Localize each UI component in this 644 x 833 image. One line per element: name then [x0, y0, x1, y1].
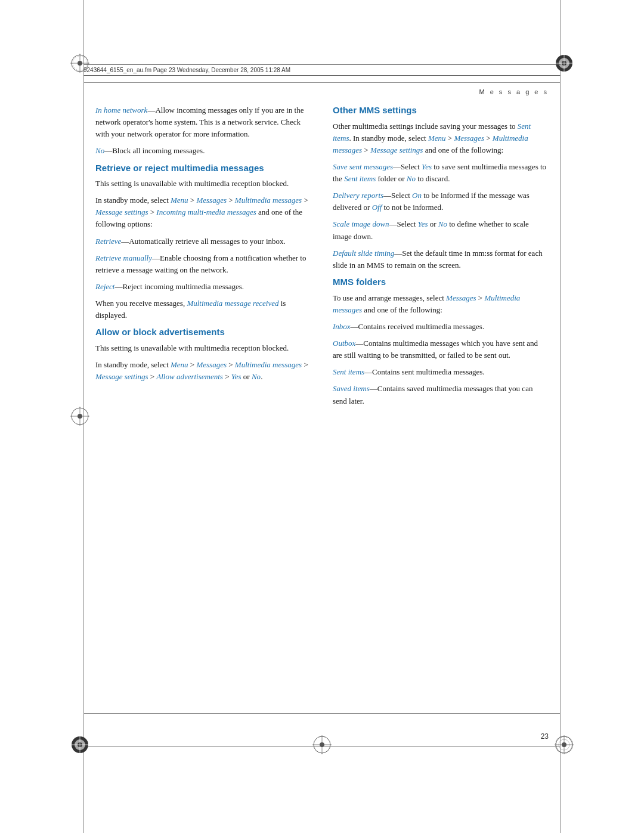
other-mms-intro: Other multimedia settings include saving…	[333, 120, 549, 156]
sent-items-link-save: Sent items	[344, 174, 376, 183]
mms-folders-title: MMS folders	[333, 276, 549, 288]
other-mms-section: Other MMS settings Other multimedia sett…	[333, 104, 549, 271]
retrieve-reject-title: Retrieve or reject multimedia messages	[95, 162, 311, 174]
retrieve-item: Retrieve—Automatically retrieve all mess…	[95, 236, 311, 247]
bottom-rule-1	[83, 713, 561, 714]
page-header: M e s s a g e s	[479, 88, 549, 95]
file-info-text: 9243644_6155_en_au.fm Page 23 Wednesday,…	[83, 67, 290, 73]
menu-link-1: Menu	[171, 196, 188, 205]
other-mms-title: Other MMS settings	[333, 104, 549, 116]
save-sent-messages-item: Save sent messages—Select Yes to save se…	[333, 161, 549, 185]
saved-items-link: Saved items	[333, 384, 370, 393]
allow-advertisements-link: Allow advertisements	[156, 372, 223, 381]
intro-block: In home network—Allow incoming messages …	[95, 104, 311, 157]
ads-standby-text: In standby mode, select Menu > Messages …	[95, 359, 311, 383]
multimedia-messages-link-4: Multimedia messages	[333, 293, 520, 314]
inbox-item: Inbox—Contains received multimedia messa…	[333, 321, 549, 333]
on-link: On	[412, 191, 422, 200]
retrieve-reject-section: Retrieve or reject multimedia messages T…	[95, 162, 311, 322]
incoming-link: Incoming multi‑media messages	[156, 208, 256, 216]
scale-image-down-item: Scale image down—Select Yes or No to def…	[333, 218, 549, 242]
multimedia-messages-link-2: Multimedia messages	[235, 360, 302, 369]
no-link: No	[95, 146, 104, 155]
no-link-ads: No	[252, 372, 261, 381]
retrieve-link: Retrieve	[95, 237, 121, 246]
mms-folders-intro: To use and arrange messages, select Mess…	[333, 292, 549, 316]
reg-mark-bottom-left	[69, 734, 91, 755]
page: 9243644_6155_en_au.fm Page 23 Wednesday,…	[0, 0, 644, 833]
two-column-layout: In home network—Allow incoming messages …	[95, 104, 549, 412]
menu-link-3: Menu	[428, 134, 446, 143]
saved-items-item: Saved items—Contains saved multimedia me…	[333, 383, 549, 407]
scale-image-down-link: Scale image down	[333, 219, 389, 228]
reject-item: Reject—Reject incoming multimedia messag…	[95, 281, 311, 293]
multimedia-messages-link-1: Multimedia messages	[235, 196, 302, 205]
outbox-link: Outbox	[333, 339, 355, 348]
right-column: Other MMS settings Other multimedia sett…	[333, 104, 549, 412]
message-settings-link-2: Message settings	[95, 372, 148, 381]
retrieve-unavailable-text: This setting is unavailable with multime…	[95, 178, 311, 190]
reg-mark-bottom-center	[311, 734, 333, 755]
inbox-link: Inbox	[333, 322, 351, 331]
sent-items-link: Sent items	[333, 367, 364, 376]
allow-block-ads-title: Allow or block advertisements	[95, 326, 311, 338]
in-home-network-link: In home network	[95, 106, 147, 114]
delivery-reports-link: Delivery reports	[333, 191, 383, 200]
ads-unavailable-text: This setting is unavailable with multime…	[95, 342, 311, 354]
retrieve-manually-link: Retrieve manually	[95, 253, 152, 262]
messages-link-3: Messages	[454, 134, 484, 143]
no-para: No—Block all incoming messages.	[95, 145, 311, 157]
allow-block-ads-section: Allow or block advertisements This setti…	[95, 326, 311, 383]
retrieve-manually-item: Retrieve manually—Enable choosing from a…	[95, 252, 311, 276]
no-link-scale: No	[438, 219, 447, 228]
messages-link-1: Messages	[196, 196, 227, 205]
retrieve-standby-text: In standby mode, select Menu > Messages …	[95, 194, 311, 230]
messages-link-2: Messages	[196, 360, 227, 369]
sent-items-item: Sent items—Contains sent multimedia mess…	[333, 366, 549, 378]
no-link-save: No	[407, 174, 416, 183]
outbox-item: Outbox—Contains multimedia messages whic…	[333, 337, 549, 361]
mms-folders-section: MMS folders To use and arrange messages,…	[333, 276, 549, 407]
left-column: In home network—Allow incoming messages …	[95, 104, 311, 412]
default-slide-timing-item: Default slide timing—Set the default tim…	[333, 247, 549, 271]
messages-link-4: Messages	[446, 293, 476, 302]
menu-link-2: Menu	[171, 360, 188, 369]
content-area: In home network—Allow incoming messages …	[95, 104, 549, 702]
when-receive-text: When you receive messages, Multimedia me…	[95, 298, 311, 321]
yes-link-save: Yes	[422, 162, 432, 171]
in-home-network-para: In home network—Allow incoming messages …	[95, 104, 311, 140]
reject-link: Reject	[95, 282, 114, 291]
file-info-bar: 9243644_6155_en_au.fm Page 23 Wednesday,…	[83, 64, 561, 76]
message-settings-link-3: Message settings	[370, 145, 423, 154]
page-number: 23	[541, 732, 549, 741]
delivery-reports-item: Delivery reports—Select On to be informe…	[333, 190, 549, 213]
save-sent-messages-link: Save sent messages	[333, 162, 393, 171]
reg-mark-bottom-right	[553, 734, 575, 755]
reg-mark-mid-left	[69, 405, 91, 427]
off-link: Off	[372, 203, 382, 212]
yes-link-ads: Yes	[231, 372, 242, 381]
default-slide-timing-link: Default slide timing	[333, 249, 394, 258]
message-settings-link-1: Message settings	[95, 208, 148, 216]
top-rule	[83, 82, 561, 83]
yes-link-scale: Yes	[418, 219, 428, 228]
right-border	[560, 0, 561, 833]
multimedia-received-link: Multimedia message received	[187, 299, 278, 308]
